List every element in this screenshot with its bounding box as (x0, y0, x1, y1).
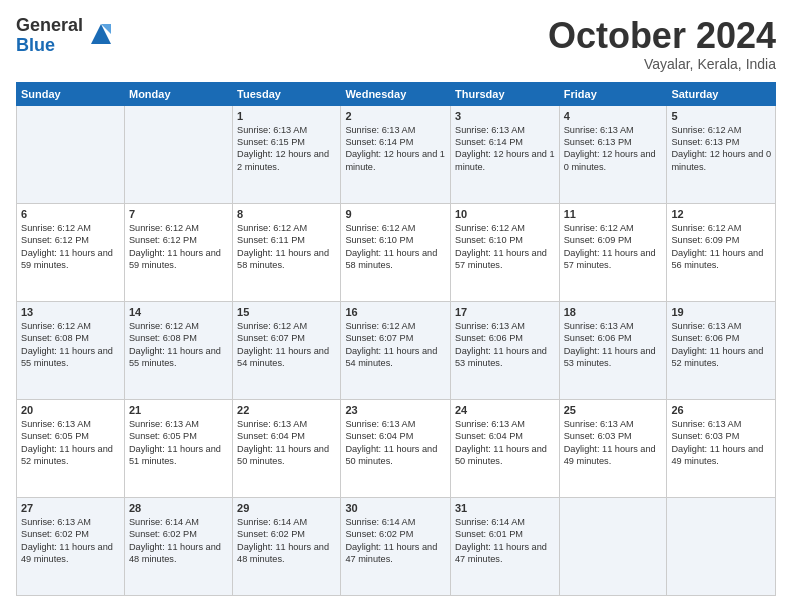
table-row: 18Sunrise: 6:13 AMSunset: 6:06 PMDayligh… (559, 301, 667, 399)
table-row: 31Sunrise: 6:14 AMSunset: 6:01 PMDayligh… (451, 497, 560, 595)
day-number: 27 (21, 502, 120, 514)
day-number: 8 (237, 208, 336, 220)
day-number: 18 (564, 306, 663, 318)
day-number: 10 (455, 208, 555, 220)
day-number: 24 (455, 404, 555, 416)
day-info: Sunrise: 6:13 AMSunset: 6:06 PMDaylight:… (564, 320, 663, 370)
table-row: 20Sunrise: 6:13 AMSunset: 6:05 PMDayligh… (17, 399, 125, 497)
table-row: 29Sunrise: 6:14 AMSunset: 6:02 PMDayligh… (233, 497, 341, 595)
day-number: 19 (671, 306, 771, 318)
logo-blue-text: Blue (16, 36, 83, 56)
day-info: Sunrise: 6:13 AMSunset: 6:04 PMDaylight:… (237, 418, 336, 468)
day-info: Sunrise: 6:13 AMSunset: 6:06 PMDaylight:… (671, 320, 771, 370)
day-number: 12 (671, 208, 771, 220)
calendar-table: Sunday Monday Tuesday Wednesday Thursday… (16, 82, 776, 596)
day-number: 28 (129, 502, 228, 514)
day-number: 31 (455, 502, 555, 514)
col-monday: Monday (124, 82, 232, 105)
logo-icon (87, 20, 115, 48)
table-row: 8Sunrise: 6:12 AMSunset: 6:11 PMDaylight… (233, 203, 341, 301)
day-info: Sunrise: 6:14 AMSunset: 6:02 PMDaylight:… (237, 516, 336, 566)
calendar-header-row: Sunday Monday Tuesday Wednesday Thursday… (17, 82, 776, 105)
day-info: Sunrise: 6:12 AMSunset: 6:13 PMDaylight:… (671, 124, 771, 174)
day-number: 17 (455, 306, 555, 318)
col-sunday: Sunday (17, 82, 125, 105)
col-tuesday: Tuesday (233, 82, 341, 105)
day-info: Sunrise: 6:12 AMSunset: 6:10 PMDaylight:… (345, 222, 446, 272)
day-info: Sunrise: 6:13 AMSunset: 6:03 PMDaylight:… (564, 418, 663, 468)
logo: General Blue (16, 16, 115, 56)
table-row: 25Sunrise: 6:13 AMSunset: 6:03 PMDayligh… (559, 399, 667, 497)
table-row: 14Sunrise: 6:12 AMSunset: 6:08 PMDayligh… (124, 301, 232, 399)
day-number: 5 (671, 110, 771, 122)
day-number: 14 (129, 306, 228, 318)
table-row: 6Sunrise: 6:12 AMSunset: 6:12 PMDaylight… (17, 203, 125, 301)
table-row: 10Sunrise: 6:12 AMSunset: 6:10 PMDayligh… (451, 203, 560, 301)
calendar-week-5: 27Sunrise: 6:13 AMSunset: 6:02 PMDayligh… (17, 497, 776, 595)
table-row: 26Sunrise: 6:13 AMSunset: 6:03 PMDayligh… (667, 399, 776, 497)
day-info: Sunrise: 6:13 AMSunset: 6:03 PMDaylight:… (671, 418, 771, 468)
location: Vayalar, Kerala, India (548, 56, 776, 72)
table-row: 30Sunrise: 6:14 AMSunset: 6:02 PMDayligh… (341, 497, 451, 595)
day-info: Sunrise: 6:13 AMSunset: 6:14 PMDaylight:… (345, 124, 446, 174)
day-info: Sunrise: 6:14 AMSunset: 6:02 PMDaylight:… (345, 516, 446, 566)
day-info: Sunrise: 6:12 AMSunset: 6:12 PMDaylight:… (21, 222, 120, 272)
col-thursday: Thursday (451, 82, 560, 105)
day-number: 30 (345, 502, 446, 514)
day-number: 1 (237, 110, 336, 122)
day-number: 29 (237, 502, 336, 514)
day-info: Sunrise: 6:12 AMSunset: 6:08 PMDaylight:… (129, 320, 228, 370)
day-info: Sunrise: 6:12 AMSunset: 6:09 PMDaylight:… (671, 222, 771, 272)
day-number: 26 (671, 404, 771, 416)
day-info: Sunrise: 6:12 AMSunset: 6:12 PMDaylight:… (129, 222, 228, 272)
day-info: Sunrise: 6:13 AMSunset: 6:14 PMDaylight:… (455, 124, 555, 174)
day-number: 9 (345, 208, 446, 220)
day-info: Sunrise: 6:13 AMSunset: 6:04 PMDaylight:… (345, 418, 446, 468)
table-row: 13Sunrise: 6:12 AMSunset: 6:08 PMDayligh… (17, 301, 125, 399)
table-row: 27Sunrise: 6:13 AMSunset: 6:02 PMDayligh… (17, 497, 125, 595)
col-wednesday: Wednesday (341, 82, 451, 105)
table-row: 5Sunrise: 6:12 AMSunset: 6:13 PMDaylight… (667, 105, 776, 203)
table-row: 4Sunrise: 6:13 AMSunset: 6:13 PMDaylight… (559, 105, 667, 203)
table-row: 12Sunrise: 6:12 AMSunset: 6:09 PMDayligh… (667, 203, 776, 301)
logo-general-text: General (16, 16, 83, 36)
day-number: 21 (129, 404, 228, 416)
calendar-week-2: 6Sunrise: 6:12 AMSunset: 6:12 PMDaylight… (17, 203, 776, 301)
day-info: Sunrise: 6:13 AMSunset: 6:05 PMDaylight:… (21, 418, 120, 468)
table-row: 15Sunrise: 6:12 AMSunset: 6:07 PMDayligh… (233, 301, 341, 399)
day-number: 6 (21, 208, 120, 220)
day-info: Sunrise: 6:12 AMSunset: 6:08 PMDaylight:… (21, 320, 120, 370)
day-info: Sunrise: 6:13 AMSunset: 6:13 PMDaylight:… (564, 124, 663, 174)
title-area: October 2024 Vayalar, Kerala, India (548, 16, 776, 72)
table-row: 7Sunrise: 6:12 AMSunset: 6:12 PMDaylight… (124, 203, 232, 301)
day-number: 11 (564, 208, 663, 220)
table-row: 11Sunrise: 6:12 AMSunset: 6:09 PMDayligh… (559, 203, 667, 301)
table-row (124, 105, 232, 203)
day-number: 3 (455, 110, 555, 122)
day-info: Sunrise: 6:13 AMSunset: 6:02 PMDaylight:… (21, 516, 120, 566)
calendar-week-3: 13Sunrise: 6:12 AMSunset: 6:08 PMDayligh… (17, 301, 776, 399)
day-number: 2 (345, 110, 446, 122)
day-number: 22 (237, 404, 336, 416)
day-info: Sunrise: 6:13 AMSunset: 6:04 PMDaylight:… (455, 418, 555, 468)
table-row: 3Sunrise: 6:13 AMSunset: 6:14 PMDaylight… (451, 105, 560, 203)
day-number: 13 (21, 306, 120, 318)
day-info: Sunrise: 6:13 AMSunset: 6:15 PMDaylight:… (237, 124, 336, 174)
page-header: General Blue October 2024 Vayalar, Keral… (16, 16, 776, 72)
table-row: 9Sunrise: 6:12 AMSunset: 6:10 PMDaylight… (341, 203, 451, 301)
day-number: 15 (237, 306, 336, 318)
day-info: Sunrise: 6:14 AMSunset: 6:01 PMDaylight:… (455, 516, 555, 566)
table-row (17, 105, 125, 203)
day-number: 4 (564, 110, 663, 122)
table-row: 17Sunrise: 6:13 AMSunset: 6:06 PMDayligh… (451, 301, 560, 399)
day-number: 7 (129, 208, 228, 220)
day-info: Sunrise: 6:12 AMSunset: 6:09 PMDaylight:… (564, 222, 663, 272)
table-row: 28Sunrise: 6:14 AMSunset: 6:02 PMDayligh… (124, 497, 232, 595)
day-info: Sunrise: 6:13 AMSunset: 6:06 PMDaylight:… (455, 320, 555, 370)
table-row (667, 497, 776, 595)
day-number: 16 (345, 306, 446, 318)
table-row: 2Sunrise: 6:13 AMSunset: 6:14 PMDaylight… (341, 105, 451, 203)
month-title: October 2024 (548, 16, 776, 56)
table-row: 1Sunrise: 6:13 AMSunset: 6:15 PMDaylight… (233, 105, 341, 203)
col-friday: Friday (559, 82, 667, 105)
